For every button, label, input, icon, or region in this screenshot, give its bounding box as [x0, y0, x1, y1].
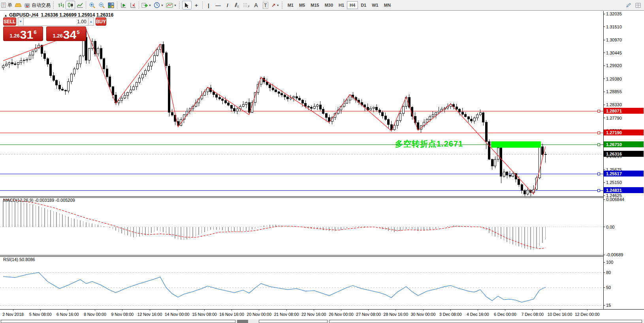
gold-button[interactable]: [13, 1, 23, 9]
time-tick-label: 9 Nov 08:00: [111, 312, 134, 317]
trendline-icon: /: [227, 2, 228, 8]
rsi-tick-label: 100: [606, 260, 613, 265]
price-tick-label: 1.30445: [606, 51, 622, 55]
timeframe-button-w1[interactable]: W1: [369, 1, 381, 9]
timeframe-button-m5[interactable]: M5: [296, 1, 308, 9]
volume-decrease-button[interactable]: ▼: [18, 17, 24, 26]
time-tick-label: 30 Nov 00:00: [411, 312, 436, 317]
sell-price-box[interactable]: 1.26 31 6: [3, 26, 43, 41]
level-handle-icon[interactable]: [597, 173, 600, 175]
vertical-line-tool-button[interactable]: |: [204, 1, 213, 9]
auto-scroll-button[interactable]: [119, 1, 128, 9]
candlestick-icon: [67, 2, 73, 8]
tile-windows-button[interactable]: [106, 1, 116, 9]
time-tick-label: 12 Nov 16:00: [137, 312, 162, 317]
collapse-icon[interactable]: ▲: [4, 13, 8, 17]
toolbar-handle[interactable]: [179, 2, 181, 9]
text-tool-icon: A: [254, 2, 258, 8]
document-icon: [1, 2, 6, 8]
timeframe-button-m30[interactable]: M30: [322, 1, 336, 9]
sell-button[interactable]: SELL: [3, 17, 16, 26]
autotrading-label: 自动交易: [32, 2, 51, 9]
price-tick-label: 1.32035: [606, 11, 622, 16]
chart-tab[interactable]: [259, 320, 328, 323]
new-order-button[interactable]: 单: [0, 1, 13, 9]
symbol-period-label: GBPUSD-,H4: [9, 12, 38, 18]
time-tick-label: 26 Nov 00:00: [329, 312, 354, 317]
price-tick-label: 1.31510: [606, 24, 622, 29]
label-tool-button[interactable]: T: [261, 1, 270, 9]
timeframe-button-h1[interactable]: H1: [336, 1, 347, 9]
time-tick-label: 6 Dec 00:00: [494, 312, 516, 317]
dropdown-caret-icon: ▼: [174, 4, 177, 7]
svg-text:1.26710: 1.26710: [606, 142, 622, 147]
mt4-window: 单 自动交易: [0, 0, 644, 323]
horizontal-level-lines[interactable]: [0, 110, 603, 192]
chart-tab[interactable]: [1, 320, 235, 323]
dropdown-caret-icon: ▼: [277, 4, 279, 7]
timeframe-button-d1[interactable]: D1: [358, 1, 369, 9]
channel-tool-button[interactable]: ⫽E: [232, 1, 242, 9]
chart-shift-button[interactable]: [128, 1, 137, 9]
chart-tab[interactable]: [329, 320, 642, 323]
zigzag-indicator-line[interactable]: [3, 29, 546, 194]
layout-grid-icon: [635, 3, 641, 8]
trendline-tool-button[interactable]: /: [223, 1, 232, 9]
pivot-highlight-box[interactable]: [491, 141, 541, 148]
level-handle-icon[interactable]: [597, 110, 600, 112]
zoom-in-button[interactable]: [87, 1, 97, 9]
svg-text:1.28071: 1.28071: [606, 109, 622, 113]
price-tick-label: 1.25150: [606, 180, 622, 185]
level-handle-icon[interactable]: [597, 189, 600, 192]
pivot-annotation-text[interactable]: 多空转折点1.2671: [395, 139, 463, 149]
cursor-tool-button[interactable]: [182, 1, 192, 9]
timeframe-button-m15[interactable]: M15: [308, 1, 322, 9]
crosshair-tool-button[interactable]: +: [192, 1, 201, 9]
timeframe-button-h4[interactable]: H4: [347, 1, 358, 9]
toolbar-handle[interactable]: [282, 2, 284, 9]
layout-button[interactable]: [633, 1, 643, 9]
macd-label: MACD(12,26,9) -0.003189 -0.005209: [3, 198, 75, 203]
zoom-out-button[interactable]: [97, 1, 106, 9]
indicators-button[interactable]: ▼: [165, 1, 178, 9]
autotrading-button[interactable]: 自动交易: [23, 1, 52, 9]
label-tool-icon: T: [263, 2, 268, 9]
horizontal-line-tool-button[interactable]: —: [213, 1, 223, 9]
chart-tab-active-edge[interactable]: [237, 320, 248, 323]
buy-button[interactable]: BUY: [96, 17, 106, 26]
volume-increase-button[interactable]: ▲: [88, 17, 94, 26]
candlestick-chart-button[interactable]: [66, 1, 75, 9]
periods-button[interactable]: ▼: [153, 1, 165, 9]
price-tick-label: 1.29380: [606, 77, 622, 81]
buy-price-box[interactable]: 1.26 34 5: [46, 26, 86, 41]
gold-icon: [15, 2, 22, 8]
fibonacci-tool-button[interactable]: F: [242, 1, 251, 9]
toolbar-handle[interactable]: [53, 2, 55, 9]
volume-input[interactable]: [24, 17, 88, 26]
price-badge-1.24831: 1.24831: [604, 187, 644, 193]
edit-button[interactable]: [624, 1, 633, 9]
time-tick-label: 16 Nov 16:00: [219, 312, 244, 317]
sell-price-main: 31: [20, 30, 33, 40]
toolbar-separator: [202, 1, 203, 9]
time-tick-label: 20 Nov 00:00: [247, 312, 272, 317]
timeframe-button-m1[interactable]: M1: [285, 1, 296, 9]
buy-price-pip: 5: [77, 29, 79, 35]
chart-canvas: 1.320351.315101.309701.304451.299201.293…: [0, 0, 644, 323]
time-tick-label: 14 Nov 00:00: [165, 312, 190, 317]
line-chart-button[interactable]: [75, 1, 85, 9]
rsi-tick-label: 50: [606, 285, 611, 290]
arrows-tool-button[interactable]: ↗▼: [270, 1, 281, 9]
new-chart-icon: [141, 2, 148, 8]
sell-price-prefix: 1.26: [10, 33, 20, 39]
arrow-tool-icon: ↗: [271, 2, 276, 8]
level-handle-icon[interactable]: [597, 143, 600, 146]
text-tool-button[interactable]: A: [251, 1, 261, 9]
time-axis[interactable]: 2 Nov 20185 Nov 08:006 Nov 16:008 Nov 00…: [2, 309, 599, 317]
level-handle-icon[interactable]: [597, 131, 600, 134]
timeframe-button-mn[interactable]: MN: [381, 1, 394, 9]
bar-chart-button[interactable]: [56, 1, 66, 9]
new-chart-button[interactable]: ▼: [140, 1, 153, 9]
price-tick-label: 1.30970: [606, 38, 622, 42]
rsi-line: [3, 272, 546, 302]
